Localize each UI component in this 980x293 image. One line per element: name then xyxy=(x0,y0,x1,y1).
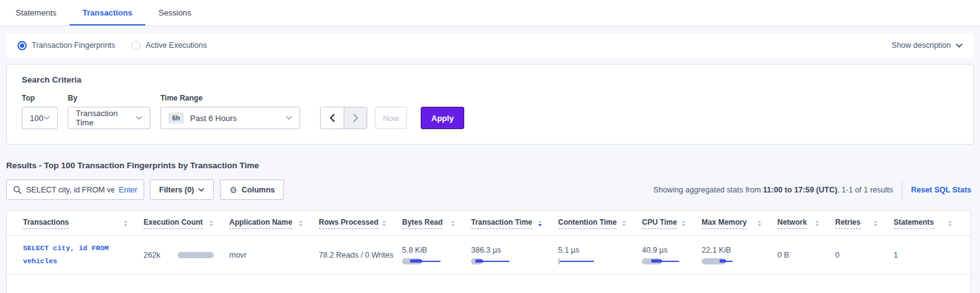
transaction-fingerprint-link[interactable]: SELECT city, id FROM vehicles xyxy=(23,242,119,268)
column-header-bytes-read[interactable]: Bytes Read xyxy=(402,218,471,229)
now-button[interactable]: Now xyxy=(375,107,407,129)
search-input[interactable] xyxy=(26,186,114,194)
cell-bytes-read: 5.8 KiB xyxy=(402,246,471,264)
column-header-max-memory[interactable]: Max Memory xyxy=(702,218,777,229)
reset-sql-stats-link[interactable]: Reset SQL Stats xyxy=(911,186,971,194)
transaction-time-bar xyxy=(471,258,510,264)
sort-icon[interactable] xyxy=(758,220,761,227)
view-toggle-strip: Transaction Fingerprints Active Executio… xyxy=(6,33,974,58)
by-label: By xyxy=(68,94,150,102)
tab-transactions[interactable]: Transactions xyxy=(70,0,145,25)
sort-icon[interactable] xyxy=(874,220,877,227)
page-tabs: Statements Transactions Sessions xyxy=(0,0,980,26)
sort-icon[interactable] xyxy=(209,220,213,227)
chevron-down-icon xyxy=(136,116,142,120)
sort-icon[interactable] xyxy=(622,220,626,227)
tab-sessions[interactable]: Sessions xyxy=(145,0,204,25)
columns-button-label: Columns xyxy=(242,186,275,194)
radio-unselected-icon xyxy=(131,41,140,50)
tab-statements[interactable]: Statements xyxy=(2,0,70,25)
cell-transactions: SELECT city, id FROM vehicles xyxy=(23,242,144,268)
chevron-down-icon xyxy=(956,43,963,48)
sort-icon[interactable] xyxy=(299,220,303,227)
column-header-application-name[interactable]: Application Name xyxy=(229,218,319,229)
contention-time-bar xyxy=(558,258,597,264)
sort-icon[interactable] xyxy=(451,220,455,227)
stats-summary-range: 11:00 to 17:59 (UTC) xyxy=(763,186,837,194)
search-box[interactable]: Enter xyxy=(6,179,144,200)
cell-contention-time: 5.1 µs xyxy=(558,246,642,264)
bytes-read-bar xyxy=(402,258,441,264)
radio-transaction-fingerprints[interactable]: Transaction Fingerprints xyxy=(17,41,115,50)
column-header-rows-processed[interactable]: Rows Processed xyxy=(319,218,402,229)
search-criteria-title: Search Criteria xyxy=(22,75,958,84)
view-toggle-group: Transaction Fingerprints Active Executio… xyxy=(17,41,207,50)
table-row: SELECT city, id FROM vehicles 262k movr … xyxy=(7,236,971,274)
column-header-network[interactable]: Network xyxy=(777,218,835,229)
time-range-field: Time Range 6h Past 6 Hours xyxy=(160,94,300,129)
vertical-divider xyxy=(902,181,902,199)
time-window-pager xyxy=(320,107,367,129)
table-header-row: Transactions Execution Count Application… xyxy=(7,211,971,236)
top-field: Top 100 xyxy=(22,94,58,129)
columns-button[interactable]: ⚙︎ Columns xyxy=(220,179,284,200)
radio-selected-icon xyxy=(17,41,27,50)
top-select[interactable]: 100 xyxy=(22,107,58,129)
filters-button[interactable]: Filters (0) xyxy=(150,179,214,200)
cpu-time-bar xyxy=(642,258,680,264)
radio-active-executions[interactable]: Active Executions xyxy=(131,41,207,50)
search-criteria-card: Search Criteria Top 100 By Transaction T… xyxy=(6,64,974,145)
cell-rows-processed: 78.2 Reads / 0 Writes xyxy=(319,251,402,259)
column-header-transactions[interactable]: Transactions xyxy=(23,218,144,229)
sort-icon-active-desc[interactable] xyxy=(538,220,542,227)
previous-time-window-button[interactable] xyxy=(321,107,344,128)
search-enter-button[interactable]: Enter xyxy=(119,186,137,194)
max-memory-bar xyxy=(702,258,740,264)
column-header-transaction-time[interactable]: Transaction Time xyxy=(471,218,558,229)
time-range-label: Time Range xyxy=(160,94,300,102)
transactions-table: Transactions Execution Count Application… xyxy=(6,210,971,293)
cell-cpu-time: 40.9 µs xyxy=(642,246,702,264)
search-criteria-controls: Top 100 By Transaction Time Time Range 6… xyxy=(22,94,958,129)
sort-icon[interactable] xyxy=(948,220,952,227)
radio-label: Active Executions xyxy=(145,41,207,50)
search-icon xyxy=(13,186,22,194)
show-description-toggle[interactable]: Show description xyxy=(892,41,963,50)
results-heading: Results - Top 100 Transaction Fingerprin… xyxy=(6,161,974,170)
chevron-down-icon xyxy=(44,116,50,120)
gear-icon: ⚙︎ xyxy=(229,186,237,194)
top-label: Top xyxy=(22,94,58,102)
radio-label: Transaction Fingerprints xyxy=(32,41,115,50)
column-header-retries[interactable]: Retries xyxy=(835,218,894,229)
top-select-value: 100 xyxy=(30,114,44,123)
filters-button-label: Filters (0) xyxy=(159,186,194,194)
by-field: By Transaction Time xyxy=(68,94,150,129)
column-header-cpu-time[interactable]: CPU Time xyxy=(642,218,702,229)
show-description-label: Show description xyxy=(892,41,951,50)
sort-icon[interactable] xyxy=(382,220,386,227)
sort-icon[interactable] xyxy=(682,220,685,227)
cell-application-name: movr xyxy=(229,251,319,259)
time-range-select[interactable]: 6h Past 6 Hours xyxy=(160,107,300,129)
results-controls-row: Enter Filters (0) ⚙︎ Columns Showing agg… xyxy=(6,179,974,200)
execution-count-bar xyxy=(178,252,214,258)
apply-button[interactable]: Apply xyxy=(421,107,464,129)
cell-retries: 0 xyxy=(835,251,894,259)
cell-execution-count: 262k xyxy=(144,251,229,259)
next-time-window-button[interactable] xyxy=(344,107,367,128)
chevron-down-icon xyxy=(286,116,292,120)
cell-statements: 1 xyxy=(894,251,968,259)
chevron-right-icon xyxy=(353,114,359,122)
sort-icon[interactable] xyxy=(124,220,127,227)
time-range-value: Past 6 Hours xyxy=(190,114,237,123)
time-range-badge: 6h xyxy=(168,112,184,124)
chevron-left-icon xyxy=(329,114,335,122)
column-header-contention-time[interactable]: Contention Time xyxy=(558,218,642,229)
sort-icon[interactable] xyxy=(815,220,819,227)
by-select[interactable]: Transaction Time xyxy=(68,107,150,129)
by-select-value: Transaction Time xyxy=(76,109,136,127)
chevron-down-icon xyxy=(198,188,204,192)
column-header-execution-count[interactable]: Execution Count xyxy=(144,218,229,229)
column-header-statements[interactable]: Statements xyxy=(894,218,968,229)
cell-network: 0 B xyxy=(777,251,835,259)
